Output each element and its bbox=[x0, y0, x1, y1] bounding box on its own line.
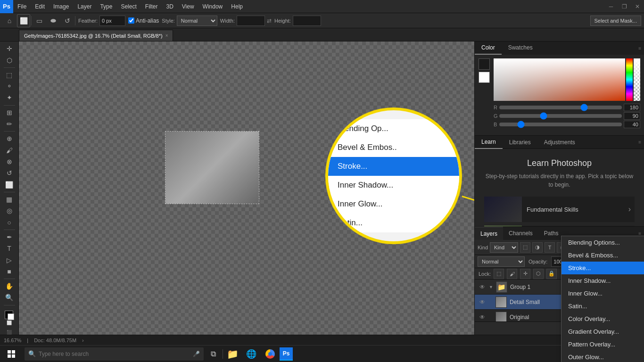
tab-channels[interactable]: Channels bbox=[503, 227, 538, 240]
clone-tool[interactable]: ⊗ bbox=[3, 156, 16, 167]
blur-tool[interactable]: ◎ bbox=[3, 206, 16, 216]
tab-paths[interactable]: Paths bbox=[538, 227, 564, 240]
taskbar-task-view[interactable]: ⧉ bbox=[204, 346, 223, 362]
menu-window[interactable]: Window bbox=[198, 0, 227, 13]
ctx-color-overlay[interactable]: Color Overlay... bbox=[561, 313, 644, 325]
type-tool[interactable]: T bbox=[3, 243, 16, 254]
menu-filter[interactable]: Filter bbox=[141, 0, 162, 13]
restore-button[interactable]: ❐ bbox=[618, 0, 631, 13]
green-slider[interactable] bbox=[499, 114, 622, 118]
menu-view[interactable]: View bbox=[178, 0, 198, 13]
width-input[interactable] bbox=[237, 16, 265, 26]
color-chips[interactable] bbox=[3, 309, 16, 319]
foreground-color[interactable] bbox=[479, 58, 490, 70]
menu-file[interactable]: File bbox=[13, 0, 31, 13]
minimize-button[interactable]: ─ bbox=[604, 0, 618, 13]
lock-pixels-btn[interactable]: 🖌 bbox=[507, 269, 517, 279]
color-tab-color[interactable]: Color bbox=[475, 41, 502, 55]
document-tab[interactable]: GettyImages-76185342.jpg @ 16.7% (Detail… bbox=[19, 30, 173, 41]
filter-type-btn[interactable]: T bbox=[545, 242, 555, 253]
ctx-satin[interactable]: Satin... bbox=[561, 300, 644, 313]
ctx-pattern-overlay[interactable]: Pattern Overlay... bbox=[561, 338, 644, 351]
taskbar-photoshop[interactable]: Ps bbox=[280, 347, 293, 361]
lock-artboard-btn[interactable]: ⬡ bbox=[533, 269, 544, 279]
color-alpha-slider[interactable] bbox=[634, 58, 640, 101]
group-expand-icon[interactable]: ▼ bbox=[489, 285, 493, 289]
taskbar-edge[interactable]: 🌐 bbox=[242, 346, 261, 362]
tool-ellip[interactable]: ⬬ bbox=[47, 14, 60, 27]
ctx-gradient-overlay[interactable]: Gradient Overlay... bbox=[561, 325, 644, 338]
menu-layer[interactable]: Layer bbox=[73, 0, 96, 13]
taskbar-chrome[interactable] bbox=[261, 346, 280, 362]
ctx-stroke[interactable]: Stroke... bbox=[561, 262, 644, 274]
learn-card-fundamental[interactable]: Fundamental Skills › bbox=[484, 197, 635, 222]
color-gradient-picker[interactable] bbox=[494, 58, 625, 101]
tab-layers[interactable]: Layers bbox=[475, 227, 503, 240]
eraser-tool[interactable]: ⬜ bbox=[3, 180, 16, 190]
mic-icon[interactable]: 🎤 bbox=[193, 351, 200, 357]
start-button[interactable] bbox=[0, 346, 23, 362]
callout-inner-shadow[interactable]: Inner Shadow... bbox=[328, 176, 459, 195]
tool-lasso[interactable]: ↺ bbox=[61, 14, 74, 27]
swap-icon[interactable]: ⇄ bbox=[267, 17, 272, 24]
menu-help[interactable]: Help bbox=[227, 0, 247, 13]
quick-mask-btn[interactable]: ⬜ bbox=[7, 321, 12, 325]
brush-tool[interactable]: 🖌 bbox=[3, 145, 16, 155]
layer-eye-original[interactable]: 👁 bbox=[479, 313, 486, 321]
style-select[interactable]: Normal Fixed Ratio Fixed Size bbox=[177, 16, 217, 26]
menu-select[interactable]: Select bbox=[116, 0, 140, 13]
green-value[interactable] bbox=[624, 112, 640, 120]
menu-3d[interactable]: 3D bbox=[162, 0, 177, 13]
filter-adjust-btn[interactable]: ◑ bbox=[532, 242, 543, 253]
callout-inner-glow[interactable]: Inner Glow... bbox=[328, 195, 459, 214]
filter-kind-select[interactable]: Kind Name Effect bbox=[490, 242, 518, 253]
color-hue-slider[interactable] bbox=[626, 58, 633, 101]
tool-rect[interactable]: ▭ bbox=[33, 14, 46, 27]
history-brush[interactable]: ↺ bbox=[3, 168, 16, 178]
height-input[interactable] bbox=[293, 16, 321, 26]
menu-image[interactable]: Image bbox=[49, 0, 73, 13]
tab-adjustments[interactable]: Adjustments bbox=[537, 136, 582, 149]
search-input[interactable] bbox=[39, 351, 190, 357]
blue-slider[interactable] bbox=[499, 123, 622, 126]
status-arrow[interactable]: › bbox=[82, 337, 84, 343]
zoom-tool[interactable]: 🔍 bbox=[3, 292, 16, 303]
red-value[interactable] bbox=[624, 104, 640, 111]
healing-tool[interactable]: ⊕ bbox=[3, 133, 16, 144]
tab-close-button[interactable]: × bbox=[165, 33, 168, 38]
red-slider[interactable] bbox=[499, 106, 622, 109]
hand-tool[interactable]: ✋ bbox=[3, 281, 16, 291]
ctx-bevel-emboss[interactable]: Bevel & Emboss... bbox=[561, 249, 644, 262]
ctx-blending-options[interactable]: Blending Options... bbox=[561, 236, 644, 249]
path-select[interactable]: ▷ bbox=[3, 255, 16, 265]
ctx-outer-glow[interactable]: Outer Glow... bbox=[561, 351, 644, 362]
move-tool[interactable]: ✛ bbox=[3, 43, 16, 54]
lock-all-btn[interactable]: 🔒 bbox=[546, 269, 557, 279]
lock-position-btn[interactable]: ✛ bbox=[520, 269, 530, 279]
lock-transparent-btn[interactable]: ⬚ bbox=[494, 269, 504, 279]
menu-type[interactable]: Type bbox=[96, 0, 116, 13]
search-bar[interactable]: 🔍 🎤 bbox=[25, 347, 204, 361]
marquee-tool[interactable]: ⬚ bbox=[3, 70, 16, 80]
blend-mode-select[interactable]: Normal Multiply Screen Overlay bbox=[478, 256, 525, 267]
pen-tool[interactable]: ✒ bbox=[3, 232, 16, 242]
quick-select-tool[interactable]: ✦ bbox=[3, 92, 16, 103]
color-tab-swatches[interactable]: Swatches bbox=[502, 41, 539, 55]
crop-tool[interactable]: ⊞ bbox=[3, 107, 16, 117]
learn-panel-menu[interactable]: ≡ bbox=[638, 140, 641, 145]
ctx-inner-glow[interactable]: Inner Glow... bbox=[561, 287, 644, 300]
layer-eye-group1[interactable]: 👁 bbox=[479, 283, 486, 291]
feather-input[interactable] bbox=[99, 16, 125, 26]
tab-learn[interactable]: Learn bbox=[475, 136, 503, 149]
tool-marquee[interactable]: ⬜ bbox=[17, 14, 30, 27]
shape-tool[interactable]: ■ bbox=[3, 266, 16, 277]
dodge-tool[interactable]: ○ bbox=[3, 217, 16, 227]
home-icon[interactable]: ⌂ bbox=[3, 14, 16, 27]
color-panel-collapse[interactable]: ≡ bbox=[638, 46, 641, 51]
filter-pixel-btn[interactable]: ⬚ bbox=[520, 242, 530, 253]
blue-value[interactable] bbox=[624, 121, 640, 128]
gradient-tool[interactable]: ▦ bbox=[3, 194, 16, 205]
tab-libraries[interactable]: Libraries bbox=[503, 136, 537, 149]
layer-eye-detail-small[interactable]: 👁 bbox=[479, 298, 486, 306]
lasso-tool[interactable]: ⚬ bbox=[3, 81, 16, 91]
